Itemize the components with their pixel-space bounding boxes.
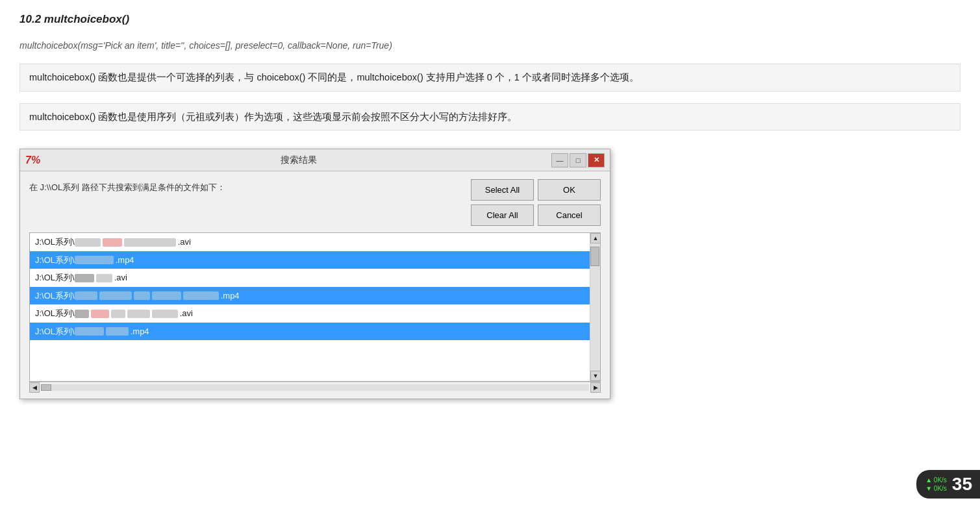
- ok-button[interactable]: OK: [538, 179, 601, 201]
- blurred-text: [152, 310, 178, 318]
- blurred-text: [124, 238, 176, 247]
- blurred-text: [127, 310, 150, 318]
- list-item-suffix: .mp4: [116, 254, 134, 267]
- list-item-suffix: .avi: [180, 307, 193, 320]
- scroll-up-arrow[interactable]: ▲: [590, 233, 601, 243]
- clear-all-button[interactable]: Clear All: [471, 204, 534, 226]
- description-1: multchoicebox() 函数也是提供一个可选择的列表，与 choiceb…: [19, 64, 961, 92]
- vertical-scrollbar[interactable]: ▲ ▼: [590, 233, 600, 381]
- dialog-title: 搜索结果: [45, 154, 551, 166]
- blurred-text: [75, 327, 104, 336]
- listbox-container: J:\OL系列\ .avi J:\OL系列\ .mp4 J:: [29, 232, 601, 382]
- hscroll-thumb[interactable]: [41, 384, 51, 391]
- scroll-left-arrow[interactable]: ◀: [29, 382, 40, 393]
- dialog-wrapper: 7% 搜索结果 — □ ✕ 在 J:\\OL系列 路径下共搜索到满足条件的文件如…: [19, 149, 610, 399]
- dialog-window: 7% 搜索结果 — □ ✕ 在 J:\\OL系列 路径下共搜索到满足条件的文件如…: [19, 149, 610, 399]
- list-item-prefix: J:\OL系列\: [35, 271, 75, 284]
- listbox-scroll[interactable]: J:\OL系列\ .avi J:\OL系列\ .mp4 J:: [30, 233, 590, 381]
- scroll-right-arrow[interactable]: ▶: [590, 382, 601, 393]
- blurred-text: [75, 256, 114, 264]
- blurred-text: [134, 291, 150, 300]
- dialog-buttons: Select All OK Clear All Cancel: [471, 179, 601, 226]
- list-item-prefix: J:\OL系列\: [35, 236, 75, 249]
- list-item-suffix: .avi: [114, 271, 127, 284]
- blurred-text: [111, 310, 125, 318]
- function-signature: multchoicebox(msg='Pick an item', title=…: [19, 40, 961, 51]
- list-item[interactable]: J:\OL系列\ .avi: [30, 269, 590, 287]
- list-item[interactable]: J:\OL系列\ .avi: [30, 233, 590, 251]
- list-item[interactable]: J:\OL系列\ .avi: [30, 304, 590, 323]
- list-item-suffix: .avi: [178, 236, 191, 249]
- select-all-button[interactable]: Select All: [471, 179, 534, 201]
- list-item-prefix: J:\OL系列\: [35, 254, 75, 267]
- list-item[interactable]: J:\OL系列\ .mp4: [30, 323, 590, 341]
- description-2: multchoicebox() 函数也是使用序列（元祖或列表）作为选项，这些选项…: [19, 103, 961, 131]
- blurred-text: [99, 291, 132, 300]
- dialog-body: 在 J:\\OL系列 路径下共搜索到满足条件的文件如下： Select All …: [20, 171, 610, 399]
- hscroll-track: [41, 384, 589, 391]
- blurred-text: [91, 310, 109, 318]
- dialog-message: 在 J:\\OL系列 路径下共搜索到满足条件的文件如下：: [29, 179, 471, 193]
- list-item-prefix: J:\OL系列\: [35, 325, 75, 338]
- scroll-thumb[interactable]: [590, 247, 599, 266]
- maximize-button[interactable]: □: [570, 153, 586, 167]
- list-item-prefix: J:\OL系列\: [35, 290, 75, 302]
- cancel-button[interactable]: Cancel: [538, 204, 601, 226]
- list-item[interactable]: J:\OL系列\ .mp4: [30, 251, 590, 269]
- blurred-text: [152, 291, 181, 300]
- list-item-prefix: J:\OL系列\: [35, 307, 75, 320]
- blurred-text: [96, 274, 112, 282]
- close-button[interactable]: ✕: [588, 153, 605, 167]
- blurred-text: [183, 291, 219, 300]
- blurred-text: [106, 327, 129, 336]
- scroll-down-arrow[interactable]: ▼: [590, 371, 601, 381]
- dialog-top-row: 在 J:\\OL系列 路径下共搜索到满足条件的文件如下： Select All …: [29, 179, 601, 226]
- blurred-text: [75, 291, 97, 300]
- blurred-text: [75, 274, 94, 282]
- blurred-text: [75, 238, 101, 247]
- scroll-track: [590, 243, 600, 371]
- dialog-app-icon: 7%: [25, 154, 40, 166]
- list-item[interactable]: J:\OL系列\ .mp4: [30, 287, 590, 305]
- blurred-text: [75, 310, 89, 318]
- window-controls: — □ ✕: [551, 153, 605, 167]
- blurred-text: [103, 238, 122, 247]
- horizontal-scrollbar[interactable]: ◀ ▶: [29, 382, 601, 392]
- list-item-suffix: .mp4: [221, 290, 240, 302]
- dialog-titlebar: 7% 搜索结果 — □ ✕: [20, 149, 610, 171]
- list-item-suffix: .mp4: [131, 325, 149, 338]
- minimize-button[interactable]: —: [551, 153, 568, 167]
- section-title: 10.2 multchoicebox(): [19, 13, 961, 26]
